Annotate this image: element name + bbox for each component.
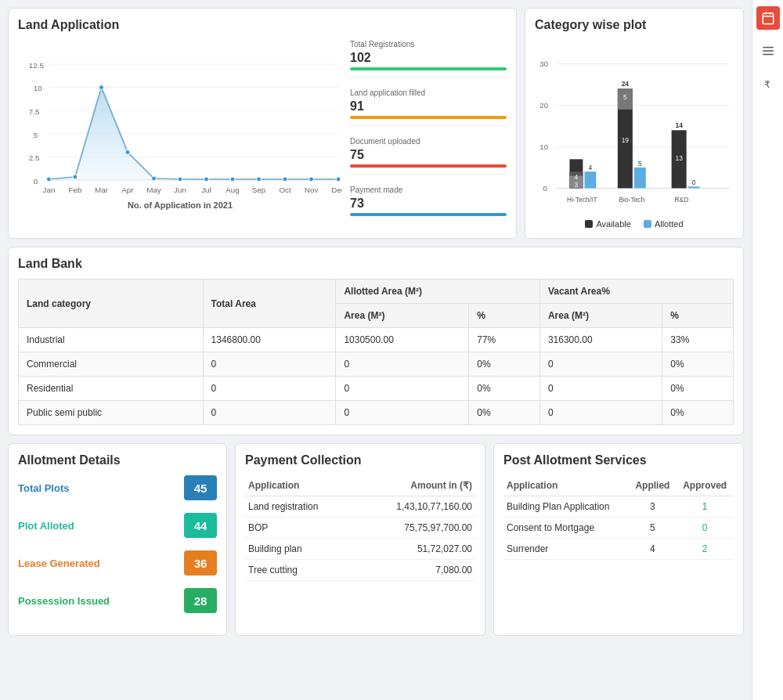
col-allotted-m2: Area (M²) xyxy=(336,304,469,328)
svg-point-21 xyxy=(283,177,287,182)
land-application-card: Land Application 0 2.5 5 7.5 10 12.5 xyxy=(8,8,517,239)
rd-allot-bar xyxy=(688,186,700,188)
svg-text:10: 10 xyxy=(539,143,548,151)
stat-doc-uploaded: Document uploaded 75 xyxy=(350,137,507,175)
svg-text:Aug: Aug xyxy=(226,186,240,194)
payment-col-amount: Amount in (₹) xyxy=(356,475,475,496)
svg-text:10: 10 xyxy=(34,85,42,93)
allotment-details-title: Allotment Details xyxy=(18,453,217,467)
svg-text:4: 4 xyxy=(575,173,579,181)
payment-col-app: Application xyxy=(245,475,356,496)
hitech-allot-bar xyxy=(585,171,597,188)
svg-text:14: 14 xyxy=(675,121,683,129)
svg-text:Feb: Feb xyxy=(68,186,81,194)
calendar-icon[interactable] xyxy=(756,6,780,30)
svg-text:2.5: 2.5 xyxy=(29,153,40,162)
table-row: Commercial 0 0 0% 0 0% xyxy=(19,352,734,377)
svg-text:5: 5 xyxy=(34,131,38,139)
svg-point-12 xyxy=(46,177,51,182)
allotment-value: 45 xyxy=(184,475,217,500)
sidebar: ₹ xyxy=(752,0,783,700)
stat-total-registrations: Total Registrations 102 xyxy=(350,40,507,78)
category-wise-plot-card: Category wise plot 0 10 20 30 xyxy=(525,8,744,239)
allotment-label: Possession Issued xyxy=(18,595,110,607)
post-allotment-card: Post Allotment Services Application Appl… xyxy=(493,443,744,636)
table-row: Industrial 1346800.00 1030500.00 77% 316… xyxy=(19,328,734,352)
svg-text:Jul: Jul xyxy=(201,186,211,194)
payment-collection-title: Payment Collection xyxy=(245,453,475,467)
allotment-value: 44 xyxy=(184,513,217,538)
svg-text:Oct: Oct xyxy=(279,186,291,194)
land-application-title: Land Application xyxy=(18,18,507,32)
category-wise-title: Category wise plot xyxy=(535,18,734,32)
land-application-chart: 0 2.5 5 7.5 10 12.5 xyxy=(18,40,342,227)
svg-text:4: 4 xyxy=(589,164,593,171)
chart-subtitle: No. of Application in 2021 xyxy=(18,200,342,210)
svg-text:Dec: Dec xyxy=(331,186,342,194)
col-vacant-m2: Area (M²) xyxy=(539,304,662,328)
svg-point-15 xyxy=(125,150,130,154)
post-col-applied: Applied xyxy=(629,475,676,496)
table-row: Residential 0 0 0% 0 0% xyxy=(19,377,734,401)
col-vacant-pct: % xyxy=(662,304,734,328)
col-total-area: Total Area xyxy=(203,280,336,328)
svg-text:24: 24 xyxy=(622,80,630,88)
allotment-items-container: Total Plots 45 Plot Alloted 44 Lease Gen… xyxy=(18,475,217,613)
svg-rect-58 xyxy=(763,13,774,24)
svg-text:7: 7 xyxy=(575,164,579,171)
land-application-stats: Total Registrations 102 Land application… xyxy=(350,40,507,227)
allotment-details-card: Allotment Details Total Plots 45 Plot Al… xyxy=(8,443,227,636)
col-vacant-area: Vacant Area% xyxy=(539,280,733,304)
list-item: Tree cutting 7,080.00 xyxy=(245,560,475,581)
allotment-label: Plot Alloted xyxy=(18,520,74,532)
rupee-icon[interactable]: ₹ xyxy=(756,72,780,96)
land-bank-card: Land Bank Land category Total Area Allot… xyxy=(8,247,744,435)
payment-table: Application Amount in (₹) Land registrat… xyxy=(245,475,475,581)
list-icon[interactable] xyxy=(756,39,780,63)
land-bank-table: Land category Total Area Allotted Area (… xyxy=(18,279,734,425)
legend-allotted: Allotted xyxy=(644,219,684,229)
allotment-label: Total Plots xyxy=(18,482,69,494)
svg-point-14 xyxy=(99,85,104,90)
svg-text:Hi-Tech/IT: Hi-Tech/IT xyxy=(567,196,597,204)
col-allotted-pct: % xyxy=(469,304,540,328)
svg-text:3: 3 xyxy=(575,181,579,189)
svg-text:Jan: Jan xyxy=(42,186,55,194)
svg-text:5: 5 xyxy=(638,160,642,168)
legend-available: Available xyxy=(585,219,630,229)
svg-text:Jun: Jun xyxy=(174,186,186,194)
svg-text:Mar: Mar xyxy=(95,186,109,194)
svg-point-23 xyxy=(336,177,341,182)
payment-collection-card: Payment Collection Application Amount in… xyxy=(235,443,485,636)
land-bank-title: Land Bank xyxy=(18,257,734,271)
svg-point-16 xyxy=(152,176,157,181)
svg-text:20: 20 xyxy=(539,101,548,110)
post-col-app: Application xyxy=(503,475,629,496)
allotment-label: Lease Generated xyxy=(18,557,100,569)
post-allotment-title: Post Allotment Services xyxy=(503,453,734,467)
allotment-item: Total Plots 45 xyxy=(18,475,217,500)
svg-text:Nov: Nov xyxy=(305,186,319,194)
svg-text:Apr: Apr xyxy=(121,186,134,194)
svg-text:19: 19 xyxy=(622,136,630,144)
land-bank-table-container: Land category Total Area Allotted Area (… xyxy=(18,279,734,425)
svg-text:13: 13 xyxy=(675,154,683,162)
category-legend: Available Allotted xyxy=(535,219,734,229)
allotment-value: 36 xyxy=(184,550,217,576)
svg-text:May: May xyxy=(146,186,161,194)
list-item: BOP 75,75,97,700.00 xyxy=(245,518,475,539)
svg-point-13 xyxy=(73,175,78,179)
area-chart-svg: 0 2.5 5 7.5 10 12.5 xyxy=(18,40,342,197)
table-row: Public semi public 0 0 0% 0 0% xyxy=(19,401,734,425)
svg-text:12.5: 12.5 xyxy=(29,61,45,70)
post-col-approved: Approved xyxy=(676,475,734,496)
list-item: Land registration 1,43,10,77,160.00 xyxy=(245,496,475,518)
svg-text:5: 5 xyxy=(623,93,627,101)
svg-text:Bio-Tech: Bio-Tech xyxy=(619,196,644,204)
svg-text:R&D: R&D xyxy=(674,196,688,204)
svg-text:0: 0 xyxy=(692,179,696,186)
allotment-item: Lease Generated 36 xyxy=(18,550,217,576)
col-allotted-area: Allotted Area (M²) xyxy=(336,280,539,304)
list-item: Consent to Mortgage 5 0 xyxy=(503,518,734,539)
svg-text:Sep: Sep xyxy=(252,186,266,194)
